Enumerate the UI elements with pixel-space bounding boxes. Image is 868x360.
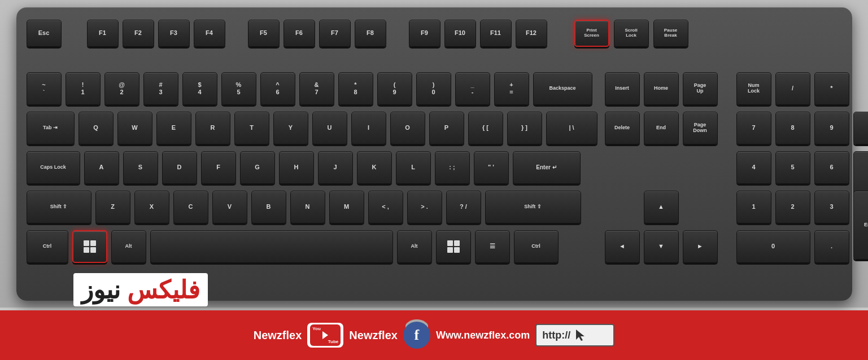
key-z[interactable]: Z (95, 191, 130, 223)
key-v[interactable]: V (212, 191, 247, 223)
key-4[interactable]: $4 (182, 72, 217, 105)
key-numpad-1[interactable]: 1 (736, 191, 771, 223)
key-left-alt[interactable]: Alt (111, 230, 146, 263)
key-j[interactable]: J (318, 151, 353, 184)
key-spacebar[interactable] (150, 230, 393, 263)
key-x[interactable]: X (134, 191, 169, 223)
key-numpad-9[interactable]: 9 (814, 112, 849, 144)
key-y[interactable]: Y (273, 112, 308, 144)
key-f[interactable]: F (201, 151, 236, 184)
key-tilde[interactable]: ~` (27, 72, 62, 105)
key-left-bracket[interactable]: { [ (468, 112, 503, 144)
key-9[interactable]: (9 (377, 72, 412, 105)
key-t[interactable]: T (234, 112, 269, 144)
key-menu[interactable]: ☰ (475, 230, 510, 263)
key-numpad-5[interactable]: 5 (775, 151, 810, 184)
key-p[interactable]: P (429, 112, 464, 144)
youtube-icon[interactable]: You Tube (307, 323, 343, 348)
key-numpad-8[interactable]: 8 (775, 112, 810, 144)
key-page-up[interactable]: PageUp (683, 72, 718, 105)
key-n[interactable]: N (290, 191, 325, 223)
key-caps-lock[interactable]: Caps Lock (27, 151, 80, 184)
key-end[interactable]: End (644, 112, 679, 144)
key-f3[interactable]: F3 (158, 20, 190, 47)
key-numpad-0[interactable]: 0 (736, 230, 810, 263)
key-8[interactable]: *8 (338, 72, 373, 105)
key-5[interactable]: %5 (221, 72, 256, 105)
key-a[interactable]: A (84, 151, 119, 184)
key-enter[interactable]: Enter ↵ (513, 151, 581, 184)
key-left-windows[interactable] (72, 230, 107, 263)
key-num-lock[interactable]: NumLock (736, 72, 771, 105)
key-tab[interactable]: Tab ⇥ (27, 112, 75, 144)
key-h[interactable]: H (279, 151, 314, 184)
key-slash[interactable]: ? / (446, 191, 481, 223)
key-f12[interactable]: F12 (516, 20, 547, 47)
key-m[interactable]: M (329, 191, 364, 223)
url-box[interactable]: http:// (535, 324, 614, 346)
key-c[interactable]: C (173, 191, 208, 223)
key-left-ctrl[interactable]: Ctrl (27, 230, 68, 263)
key-right-arrow[interactable]: ► (683, 230, 718, 263)
key-home[interactable]: Home (644, 72, 679, 105)
key-minus[interactable]: _- (455, 72, 490, 105)
key-f7[interactable]: F7 (319, 20, 351, 47)
key-f1[interactable]: F1 (87, 20, 119, 47)
key-i[interactable]: I (351, 112, 386, 144)
key-7[interactable]: &7 (299, 72, 334, 105)
key-right-shift[interactable]: Shift ⇧ (485, 191, 581, 223)
key-up-arrow[interactable]: ▲ (644, 191, 679, 223)
key-equals[interactable]: += (494, 72, 529, 105)
key-down-arrow[interactable]: ▼ (644, 230, 679, 263)
facebook-icon[interactable]: f (403, 322, 430, 349)
key-o[interactable]: O (390, 112, 425, 144)
key-numpad-divide[interactable]: / (775, 72, 810, 105)
key-esc[interactable]: Esc (27, 20, 62, 47)
key-b[interactable]: B (251, 191, 286, 223)
key-q[interactable]: Q (78, 112, 114, 144)
key-1[interactable]: !1 (66, 72, 101, 105)
key-f11[interactable]: F11 (480, 20, 512, 47)
key-e[interactable]: E (156, 112, 191, 144)
key-numpad-multiply[interactable]: * (814, 72, 849, 105)
key-l[interactable]: L (396, 151, 431, 184)
key-left-arrow[interactable]: ◄ (605, 230, 640, 263)
key-period[interactable]: > . (407, 191, 442, 223)
key-f9[interactable]: F9 (409, 20, 440, 47)
key-3[interactable]: #3 (143, 72, 178, 105)
key-numpad-4[interactable]: 4 (736, 151, 771, 184)
key-numpad-6[interactable]: 6 (814, 151, 849, 184)
key-page-down[interactable]: PageDown (683, 112, 718, 144)
key-6[interactable]: ^6 (260, 72, 295, 105)
key-numpad-enter[interactable]: Enter (853, 191, 869, 260)
key-d[interactable]: D (162, 151, 197, 184)
key-g[interactable]: G (240, 151, 275, 184)
key-numpad-3[interactable]: 3 (814, 191, 849, 223)
key-right-bracket[interactable]: } ] (507, 112, 542, 144)
key-print-screen[interactable]: PrintScreen (574, 20, 609, 47)
key-u[interactable]: U (312, 112, 347, 144)
key-pause-break[interactable]: PauseBreak (653, 20, 688, 47)
key-r[interactable]: R (195, 112, 230, 144)
key-w[interactable]: W (117, 112, 152, 144)
key-insert[interactable]: Insert (605, 72, 640, 105)
key-numpad-dot[interactable]: . (814, 230, 849, 263)
key-right-ctrl[interactable]: Ctrl (514, 230, 559, 263)
key-f5[interactable]: F5 (248, 20, 280, 47)
key-f10[interactable]: F10 (444, 20, 476, 47)
key-f8[interactable]: F8 (355, 20, 386, 47)
key-f4[interactable]: F4 (194, 20, 225, 47)
key-right-alt[interactable]: Alt (397, 230, 432, 263)
key-2[interactable]: @2 (104, 72, 139, 105)
key-numpad-2[interactable]: 2 (775, 191, 810, 223)
key-k[interactable]: K (357, 151, 392, 184)
key-f2[interactable]: F2 (123, 20, 154, 47)
key-numpad-minus[interactable]: - (853, 112, 869, 144)
key-quote[interactable]: " ' (474, 151, 509, 184)
key-0[interactable]: )0 (416, 72, 451, 105)
key-backspace[interactable]: Backspace (533, 72, 592, 105)
key-s[interactable]: S (123, 151, 158, 184)
key-numpad-7[interactable]: 7 (736, 112, 771, 144)
key-delete[interactable]: Delete (605, 112, 640, 144)
key-scroll-lock[interactable]: ScrollLock (614, 20, 649, 47)
